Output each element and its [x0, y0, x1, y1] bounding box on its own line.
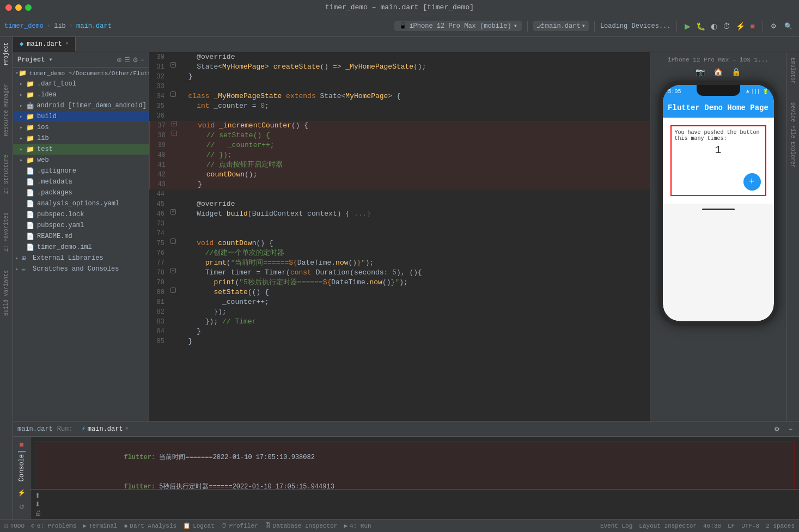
tree-metadata[interactable]: 📄 .metadata: [13, 176, 149, 187]
run-tab-close[interactable]: ×: [125, 426, 129, 432]
folder-icon-test: 📁: [26, 145, 35, 154]
profiler-icon: ⏱: [221, 522, 227, 529]
run-button[interactable]: ▶: [682, 21, 693, 32]
code-line-81: 81 _counter++;: [149, 297, 650, 307]
device-app-bar: Flutter Demo Home Page: [663, 98, 774, 118]
run-toolbar: main.dart Run: ⚡ main.dart × ⚙ −: [13, 421, 799, 437]
tree-build[interactable]: ▸ 📁 build: [13, 111, 149, 122]
maximize-btn[interactable]: [25, 4, 32, 11]
home-icon[interactable]: 🏠: [713, 68, 723, 76]
tree-dart-tool[interactable]: ▸ 📁 .dart_tool: [13, 78, 149, 89]
sidebar-locate-btn[interactable]: ⊕: [117, 56, 122, 64]
tree-gitignore[interactable]: 📄 .gitignore: [13, 166, 149, 176]
tree-timer-iml[interactable]: 📄 timer_demo.iml: [13, 242, 149, 253]
run-close-btn[interactable]: −: [786, 424, 795, 434]
device-selector[interactable]: 📱 iPhone 12 Pro Max (mobile) ▾: [394, 21, 521, 31]
window-controls[interactable]: [5, 4, 32, 11]
profile-button[interactable]: ⏱: [721, 21, 733, 32]
status-time: 46:38: [703, 523, 721, 529]
hot-reload-button[interactable]: ⚡: [734, 21, 747, 32]
code-editor[interactable]: 30 @override 31 − State<MyHomePage> crea…: [149, 52, 650, 421]
coverage-button[interactable]: ◐: [709, 21, 719, 32]
editor-tab-bar: ◆ main.dart ×: [13, 37, 799, 52]
tree-pubspec-yaml[interactable]: 📄 pubspec.yaml: [13, 220, 149, 231]
tree-label-android: android [timer_demo_android]: [36, 102, 147, 109]
tree-readme[interactable]: 📄 README.md: [13, 231, 149, 242]
status-database-inspector[interactable]: 🗄 Database Inspector: [265, 522, 338, 529]
clear-console-btn[interactable]: 🖨: [35, 509, 795, 517]
tree-android[interactable]: ▸ 🤖 android [timer_demo_android]: [13, 100, 149, 111]
vtab-build-variants[interactable]: Build Variants: [2, 267, 10, 319]
tree-web[interactable]: ▸ 📁 web: [13, 155, 149, 166]
minimize-btn[interactable]: [15, 4, 22, 11]
todo-label: TODO: [10, 523, 25, 529]
branch-selector[interactable]: ⎇ main.dart ▾: [533, 21, 589, 31]
vtab-emulator[interactable]: Emulator: [789, 54, 797, 87]
tab-main-dart[interactable]: ◆ main.dart ×: [13, 37, 76, 52]
console-stop-btn[interactable]: ■: [14, 439, 29, 450]
search-button[interactable]: 🔍: [782, 21, 795, 31]
app-title: Flutter Demo Home Page: [668, 103, 768, 112]
tree-ios[interactable]: ▸ 📁 ios: [13, 122, 149, 133]
vtab-favorites[interactable]: Z: Favorites: [2, 209, 10, 255]
status-dart-analysis[interactable]: ◆ Dart Analysis: [124, 522, 176, 529]
tree-root[interactable]: ▾ 📁 timer_demo ~/Documents/Other/Flutter…: [13, 68, 149, 78]
tree-analysis[interactable]: 📄 analysis_options.yaml: [13, 198, 149, 209]
breadcrumb-project[interactable]: timer_demo: [4, 22, 44, 30]
status-terminal[interactable]: ▶ Terminal: [83, 522, 117, 529]
close-btn[interactable]: [5, 4, 12, 11]
console-main: flutter: 当前时间=======2022-01-10 17:05:10.…: [31, 437, 799, 519]
status-layout-inspector[interactable]: Layout Inspector: [639, 523, 697, 529]
tree-arrow-build: ▸: [20, 113, 26, 120]
tree-packages[interactable]: 📄 .packages: [13, 187, 149, 198]
tab-console[interactable]: Console: [18, 451, 26, 484]
run-settings-btn[interactable]: ⚙: [772, 424, 782, 434]
sidebar-collapse-btn[interactable]: −: [141, 56, 144, 64]
tree-scratches[interactable]: ▸ ✏ Scratches and Consoles: [13, 264, 149, 274]
scroll-up-btn[interactable]: ⬆: [35, 492, 795, 499]
project-tree: Project ▾ ⊕ ☰ ⚙ − ▾ 📁 timer_demo ~/Docum…: [13, 52, 149, 421]
status-profiler[interactable]: ⏱ Profiler: [221, 522, 258, 529]
breadcrumb-lib[interactable]: lib: [54, 22, 66, 30]
device-notch: [697, 85, 740, 96]
tree-idea[interactable]: ▸ 📁 .idea: [13, 89, 149, 100]
vtab-resource-manager[interactable]: Resource Manager: [2, 81, 10, 139]
camera-icon[interactable]: 📷: [696, 68, 705, 76]
sidebar-settings-btn[interactable]: ⚙: [132, 56, 138, 64]
battery-icon: 🔋: [763, 89, 768, 95]
scroll-down-btn[interactable]: ⬇: [35, 500, 795, 508]
settings-button[interactable]: ⚙: [768, 21, 779, 31]
tree-arrow-web: ▸: [20, 157, 26, 163]
code-line-80: 80 − setState(() {: [149, 288, 650, 297]
lock-icon[interactable]: 🔒: [731, 68, 741, 76]
tab-close-button[interactable]: ×: [65, 41, 69, 47]
console-btn-2[interactable]: ↺: [18, 502, 26, 512]
status-problems[interactable]: ⊙ 6: Problems: [31, 522, 76, 529]
tree-test[interactable]: ▸ 📁 test: [13, 144, 149, 155]
vtab-device-file-explorer[interactable]: Device File Explorer: [789, 99, 797, 171]
vtab-project[interactable]: Project: [2, 39, 10, 69]
status-run[interactable]: ▶ 4: Run: [344, 522, 371, 529]
run-tab[interactable]: ⚡ main.dart ×: [77, 425, 133, 433]
status-charset[interactable]: UTF-8: [741, 523, 759, 529]
tree-lib[interactable]: ▸ 📁 lib: [13, 133, 149, 144]
status-logcat[interactable]: 📋 Logcat: [183, 522, 215, 529]
console-action-buttons: ⬆ ⬇ 🖨: [31, 489, 799, 519]
chevron-down-icon2: ▾: [582, 22, 585, 30]
vtab-structure[interactable]: Z: Structure: [2, 151, 10, 197]
status-todo[interactable]: ☑ TODO: [4, 522, 25, 529]
fab-button[interactable]: +: [743, 173, 761, 191]
stop-button[interactable]: ■: [748, 21, 757, 32]
code-line-77: 77 print("当前时间======${DateTime.now()}");: [149, 258, 650, 268]
breadcrumb-file[interactable]: main.dart: [76, 22, 112, 30]
status-event-log[interactable]: Event Log: [600, 523, 632, 529]
status-line-ending[interactable]: LF: [728, 523, 735, 529]
sidebar-options-btn[interactable]: ☰: [124, 56, 130, 64]
tree-label-gitignore: .gitignore: [37, 167, 76, 175]
status-indent[interactable]: 2 spaces: [766, 523, 795, 529]
tree-pubspec-lock[interactable]: 📄 pubspec.lock: [13, 209, 149, 220]
tree-external-libraries[interactable]: ▸ ⊞ External Libraries: [13, 253, 149, 264]
console-btn-1[interactable]: ⚡: [16, 488, 27, 498]
code-line-43: 43 }: [150, 180, 650, 189]
debug-button[interactable]: 🐛: [694, 21, 707, 32]
